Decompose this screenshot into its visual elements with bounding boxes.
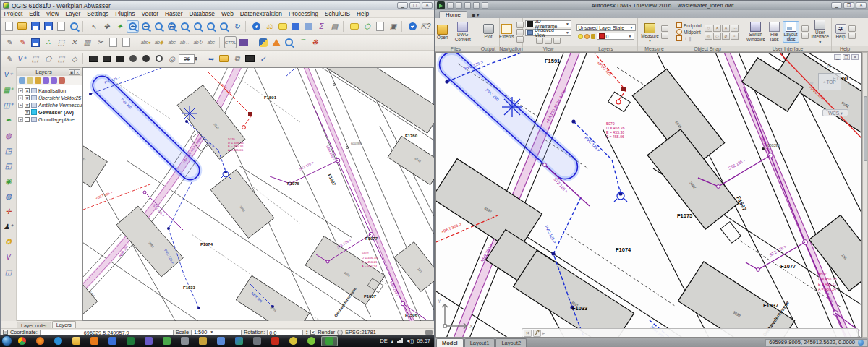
open-button[interactable]: Open (436, 23, 448, 40)
label-move-icon[interactable]: ab↔ (179, 36, 191, 48)
help-contents-icon[interactable]: ? (407, 20, 419, 33)
label-rotate-icon[interactable]: ab↻ (192, 36, 204, 48)
sign-in-icon[interactable] (848, 33, 856, 39)
duplicate-icon[interactable]: ⧉ (231, 53, 243, 65)
select-rectangle-icon[interactable]: ⬚ (29, 53, 41, 65)
clock[interactable]: 09:57 (417, 338, 430, 344)
command-line[interactable]: ✕ ▸ (522, 328, 859, 338)
layer-item-grundlageplaene[interactable]: + Grundlagepläne (18, 116, 81, 123)
select-by-expression-icon[interactable]: V⁺ (16, 53, 28, 65)
qat-open-icon[interactable] (447, 2, 454, 9)
annotation-icon[interactable] (348, 20, 360, 33)
taskbar-chrome-icon[interactable] (14, 336, 30, 346)
midpoint-button[interactable]: Midpoint (676, 29, 702, 35)
layer-on-icon[interactable] (578, 34, 583, 39)
add-globe-icon[interactable]: ◉ (2, 175, 14, 187)
taskbar-app-blue2-icon[interactable] (213, 336, 229, 346)
taskbar-app-blue-icon[interactable] (104, 336, 121, 346)
raster-stretch-icon[interactable] (88, 53, 100, 65)
current-edits-icon[interactable]: ✎ (3, 36, 15, 48)
layer-checkbox[interactable]: ✕ (25, 88, 30, 93)
paste-style-icon[interactable] (374, 20, 386, 33)
snap-extension-icon[interactable]: ⋯ (731, 25, 739, 32)
ctrl-badge-icon[interactable]: CTRL (224, 36, 237, 48)
vertex-tool-icon[interactable]: ✕ (68, 36, 80, 48)
qat-undo-icon[interactable] (464, 2, 471, 9)
tab-layers[interactable]: Layers (52, 321, 76, 328)
add-csv-icon[interactable]: ◍ (2, 190, 14, 202)
move-feature-icon[interactable]: ⬚ (55, 36, 67, 48)
snap-intersection-icon[interactable]: ✕ (713, 25, 721, 32)
snap-apparent-icon[interactable]: ✕ (722, 25, 730, 32)
vertical-scrollbar[interactable] (862, 52, 868, 338)
file-tabs-button[interactable]: File Tabs (768, 22, 780, 42)
paste-features-icon[interactable] (120, 36, 132, 48)
taskbar-app-green-icon[interactable] (158, 336, 175, 346)
menu-schulgis[interactable]: SchulGIS (322, 10, 354, 17)
viewcube-top-face[interactable]: ⌂TOP (818, 73, 841, 90)
menu-raster[interactable]: Raster (161, 10, 185, 17)
snap-tangent-icon[interactable]: ⌀ (722, 33, 730, 40)
open-layer-styling-icon[interactable] (19, 77, 25, 84)
delete-selected-icon[interactable]: ▥ (81, 36, 93, 48)
layer-item-uebersicht[interactable]: + ✕ Übersicht Vektor25 (18, 94, 81, 101)
statistics-icon[interactable]: Σ (315, 20, 328, 33)
taskbar-firefox-icon[interactable] (32, 336, 48, 346)
grass-tools-icon[interactable]: ❋ (309, 36, 321, 48)
menu-view[interactable]: View (43, 10, 62, 17)
layout-manager-icon[interactable] (68, 20, 80, 33)
pan-map-icon[interactable]: ↖ (88, 20, 100, 33)
viewcube-west[interactable]: W (808, 80, 814, 87)
touch-zoom-icon[interactable]: ✥ (101, 20, 113, 33)
menu-plugins[interactable]: Plugins (112, 10, 138, 17)
new-map-view-icon[interactable]: ◲ (2, 266, 14, 278)
command-close-icon[interactable]: ✕ (524, 330, 532, 337)
command-prompt[interactable]: ▸ (542, 330, 545, 336)
select-freehand-icon[interactable]: ◇ (68, 53, 80, 65)
snap-node-icon[interactable]: ▫ (731, 33, 739, 40)
manage-map-themes-icon[interactable] (27, 77, 33, 84)
zoom-to-selection-icon[interactable] (179, 20, 191, 33)
tab-layout1[interactable]: Layout1 (464, 338, 495, 347)
ribbon-options-icon[interactable]: ▣ ▾ (472, 12, 479, 18)
user-interface-button[interactable]: User Interface▼ (811, 20, 830, 45)
move-icon[interactable]: ✦ (114, 20, 126, 33)
raster-histogram-icon[interactable] (101, 53, 113, 65)
tray-expand-icon[interactable]: ▲ (391, 339, 394, 343)
snap-center-icon[interactable]: ◎ (705, 33, 712, 40)
text-annotation-icon[interactable]: ▣ (387, 20, 399, 33)
taskbar-explorer-icon[interactable] (68, 336, 85, 346)
print-atlas-icon[interactable] (244, 53, 256, 65)
add-db-layer-icon[interactable]: ◫⁺ (2, 99, 14, 111)
menu-database[interactable]: Database (186, 10, 218, 17)
taskbar-app-violet-icon[interactable] (140, 336, 157, 346)
processing-toolbox-icon[interactable] (270, 36, 282, 48)
language-indicator[interactable]: DE (380, 338, 387, 344)
sheetset-icon[interactable] (801, 33, 809, 39)
help-button[interactable]: ?Help (835, 24, 847, 40)
menu-edit[interactable]: Edit (26, 10, 43, 17)
show-bookmarks-icon[interactable] (302, 20, 315, 33)
label-icon[interactable]: abc● (140, 36, 152, 48)
taskbar-excel-icon[interactable] (122, 336, 139, 346)
close-icon[interactable]: ✕ (422, 2, 433, 9)
menu-layer[interactable]: Layer (62, 10, 84, 17)
zoom-out-icon[interactable]: − (140, 20, 152, 33)
tab-layout2[interactable]: Layout2 (495, 338, 527, 347)
taskbar-app-gray2-icon[interactable] (249, 336, 265, 346)
expand-all-icon[interactable] (43, 77, 49, 84)
expander-icon[interactable]: + (18, 117, 23, 122)
person-layer-icon[interactable]: ♟⁺ (2, 220, 14, 233)
import-icon[interactable]: ➥ (205, 53, 217, 65)
layer-item-amtliche-vermessung[interactable]: + ✕ Amtliche Vermessung (18, 101, 81, 108)
switch-windows-button[interactable]: Switch Windows (746, 22, 766, 42)
tab-model[interactable]: Model (436, 338, 464, 347)
restore-icon[interactable]: ❐ (843, 2, 854, 9)
open-project-icon[interactable] (16, 20, 28, 33)
new-bookmark-icon[interactable] (289, 20, 302, 33)
menu-datenextraktion[interactable]: Datenextraktion (237, 10, 285, 17)
expander-icon[interactable]: + (18, 95, 23, 100)
zoom-native-icon[interactable] (153, 20, 165, 33)
layer-item-gewaesser[interactable]: ✕ Gewässer (AV) (18, 108, 81, 116)
collapse-all-icon[interactable] (51, 77, 57, 84)
